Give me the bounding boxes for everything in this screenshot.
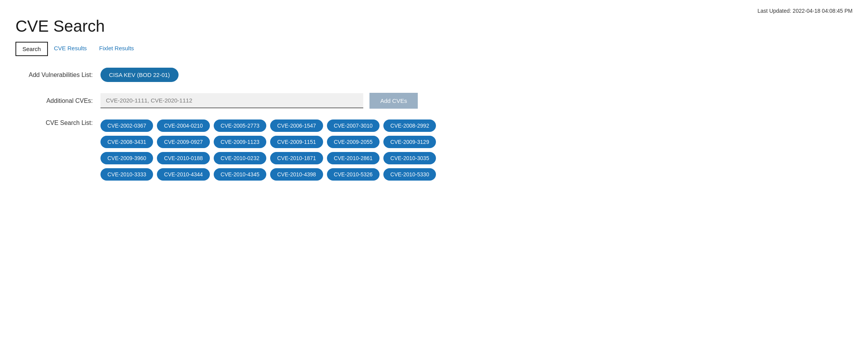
cve-tag: CVE-2010-5330 [383, 168, 436, 181]
cve-tag: CVE-2006-1547 [270, 119, 323, 132]
cve-tag: CVE-2010-0188 [157, 152, 209, 164]
cve-tag: CVE-2010-4345 [214, 168, 266, 181]
cve-tag: CVE-2005-2773 [214, 119, 266, 132]
cve-tag: CVE-2010-2861 [327, 152, 380, 164]
cve-tag: CVE-2004-0210 [157, 119, 209, 132]
cve-tag: CVE-2009-2055 [327, 136, 380, 148]
cve-tag: CVE-2010-4398 [270, 168, 323, 181]
vulnerabilities-label: Add Vulnerabilities List: [15, 72, 100, 79]
additional-cves-label: Additional CVEs: [15, 97, 100, 104]
vulnerabilities-row: Add Vulnerabilities List: CISA KEV (BOD … [15, 68, 853, 82]
tab-search[interactable]: Search [15, 42, 48, 56]
cve-tag: CVE-2007-3010 [327, 119, 380, 132]
cve-tag: CVE-2002-0367 [100, 119, 153, 132]
cve-search-list-row: CVE Search List: CVE-2002-0367CVE-2004-0… [15, 119, 853, 181]
cve-tag: CVE-2010-4344 [157, 168, 209, 181]
cve-tag: CVE-2009-1123 [214, 136, 266, 148]
tab-cve-results[interactable]: CVE Results [48, 42, 93, 56]
cve-tag: CVE-2008-3431 [100, 136, 153, 148]
last-updated-text: Last Updated: 2022-04-18 04:08:45 PM [15, 8, 853, 14]
cve-search-list-label: CVE Search List: [15, 119, 100, 126]
cve-tag: CVE-2010-0232 [214, 152, 266, 164]
cve-tag: CVE-2010-5326 [327, 168, 380, 181]
cve-tag: CVE-2010-3333 [100, 168, 153, 181]
cisa-kev-button[interactable]: CISA KEV (BOD 22-01) [100, 68, 179, 82]
tab-nav: Search CVE Results Fixlet Results [15, 42, 853, 56]
search-form: Add Vulnerabilities List: CISA KEV (BOD … [15, 68, 853, 181]
additional-cves-input[interactable] [100, 93, 363, 108]
cve-tag: CVE-2009-1151 [270, 136, 323, 148]
cve-tag: CVE-2009-3129 [383, 136, 436, 148]
cve-tags-container: CVE-2002-0367CVE-2004-0210CVE-2005-2773C… [100, 119, 487, 181]
additional-cves-row: Additional CVEs: Add CVEs [15, 93, 853, 109]
cve-tag: CVE-2009-3960 [100, 152, 153, 164]
cve-tag: CVE-2010-1871 [270, 152, 323, 164]
cve-tag: CVE-2008-2992 [383, 119, 436, 132]
page-title: CVE Search [15, 17, 853, 36]
tab-fixlet-results[interactable]: Fixlet Results [93, 42, 140, 56]
cve-tag: CVE-2010-3035 [383, 152, 436, 164]
add-cves-button[interactable]: Add CVEs [369, 93, 418, 109]
cve-tag: CVE-2009-0927 [157, 136, 209, 148]
